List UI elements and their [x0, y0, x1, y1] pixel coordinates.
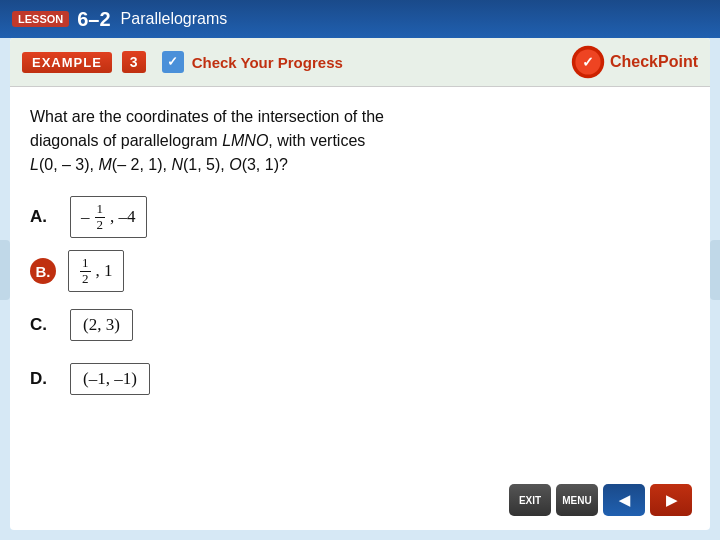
question-text: What are the coordinates of the intersec…: [30, 105, 690, 177]
lesson-title: Parallelograms: [121, 10, 228, 28]
answer-label-b-correct: B.: [30, 258, 56, 284]
answer-content-c: (2, 3): [70, 309, 133, 341]
answer-row-c: C. (2, 3): [30, 303, 690, 347]
fraction-b: 1 2: [80, 256, 91, 286]
bottom-navigation: EXIT MENU ◀ ▶: [509, 484, 692, 516]
side-decoration-right: [710, 240, 720, 300]
lesson-badge: LESSON: [12, 11, 69, 27]
fraction-a: 1 2: [95, 202, 106, 232]
next-button[interactable]: ▶: [650, 484, 692, 516]
side-decoration-left: [0, 240, 10, 300]
prev-arrow-icon: ◀: [619, 492, 630, 508]
checkpoint-svg-icon: ✓: [570, 44, 606, 80]
check-icon: ✓: [162, 51, 184, 73]
example-number: 3: [122, 51, 146, 73]
header-bar: LESSON 6–2 Parallelograms: [0, 0, 720, 38]
check-your-progress-label: Check Your Progress: [192, 54, 343, 71]
answer-content-b: 1 2 , 1: [68, 250, 124, 292]
checkpoint-logo: ✓ CheckPoint: [570, 44, 698, 80]
menu-button[interactable]: MENU: [556, 484, 598, 516]
exit-button[interactable]: EXIT: [509, 484, 551, 516]
answer-label-a: A.: [30, 207, 58, 227]
lesson-number: 6–2: [77, 8, 110, 31]
example-label: EXAMPLE: [22, 52, 112, 73]
next-arrow-icon: ▶: [666, 492, 677, 508]
main-content-card: EXAMPLE 3 ✓ Check Your Progress ✓ CheckP…: [10, 38, 710, 530]
answer-label-d: D.: [30, 369, 58, 389]
answer-row-d: D. (–1, –1): [30, 357, 690, 401]
answer-label-c: C.: [30, 315, 58, 335]
answer-content-a: – 1 2 , –4: [70, 196, 147, 238]
svg-text:✓: ✓: [582, 54, 594, 70]
question-area: What are the coordinates of the intersec…: [10, 87, 710, 187]
answers-list: A. – 1 2 , –4 B. 1 2: [10, 187, 710, 409]
prev-button[interactable]: ◀: [603, 484, 645, 516]
answer-row-a: A. – 1 2 , –4: [30, 195, 690, 239]
example-banner: EXAMPLE 3 ✓ Check Your Progress ✓ CheckP…: [10, 38, 710, 87]
checkpoint-text: CheckPoint: [610, 53, 698, 71]
answer-row-b: B. 1 2 , 1: [30, 249, 690, 293]
answer-content-d: (–1, –1): [70, 363, 150, 395]
